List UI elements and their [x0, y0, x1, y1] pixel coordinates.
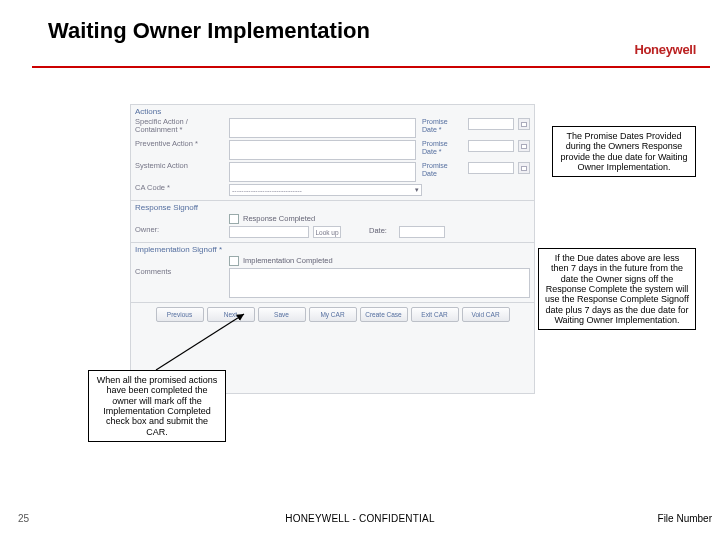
actions-label: Actions [135, 107, 530, 116]
exit-car-button[interactable]: Exit CAR [411, 307, 459, 322]
promise-date-input[interactable] [468, 118, 514, 130]
calendar-icon[interactable] [518, 162, 530, 174]
containment-input[interactable] [229, 118, 416, 138]
calendar-icon[interactable] [518, 118, 530, 130]
response-completed-checkbox[interactable] [229, 214, 239, 224]
lookup-button[interactable]: Look up [313, 226, 341, 238]
field-label: CA Code * [135, 184, 225, 192]
my-car-button[interactable]: My CAR [309, 307, 357, 322]
implementation-completed-checkbox[interactable] [229, 256, 239, 266]
preventive-input[interactable] [229, 140, 416, 160]
implementation-signoff-section: Implementation Signoff * Implementation … [131, 243, 534, 303]
field-label: Systemic Action [135, 162, 225, 170]
systemic-input[interactable] [229, 162, 416, 182]
callout-due-date-rule: If the Due dates above are less then 7 d… [538, 248, 696, 330]
actions-section: Actions Specific Action / Containment * … [131, 105, 534, 201]
promise-date-input[interactable] [468, 162, 514, 174]
ca-code-select[interactable]: ------------------------------ ▾ [229, 184, 422, 196]
response-completed-label: Response Completed [243, 214, 315, 223]
next-button[interactable]: Next [207, 307, 255, 322]
owner-input[interactable] [229, 226, 309, 238]
title-rule [32, 66, 710, 68]
action-row: Preventive Action * Promise Date * [135, 140, 530, 160]
save-button[interactable]: Save [258, 307, 306, 322]
footer-confidential: HONEYWELL - CONFIDENTIAL [0, 513, 720, 524]
field-label: Specific Action / Containment * [135, 118, 225, 135]
promise-date-label: Promise Date * [420, 118, 464, 133]
implementation-signoff-label: Implementation Signoff * [135, 245, 530, 254]
footer-file-number: File Number [658, 513, 712, 524]
field-label: Preventive Action * [135, 140, 225, 148]
calendar-icon[interactable] [518, 140, 530, 152]
owner-label: Owner: [135, 226, 225, 234]
date-label: Date: [369, 226, 395, 235]
car-form-panel: Actions Specific Action / Containment * … [130, 104, 535, 394]
comments-input[interactable] [229, 268, 530, 298]
response-signoff-label: Response Signoff [135, 203, 530, 212]
promise-date-input[interactable] [468, 140, 514, 152]
button-bar: Previous Next Save My CAR Create Case Ex… [131, 303, 534, 326]
chevron-down-icon: ▾ [415, 186, 419, 194]
action-row: Systemic Action Promise Date [135, 162, 530, 182]
create-case-button[interactable]: Create Case [360, 307, 408, 322]
ca-code-value: ------------------------------ [232, 187, 302, 194]
action-row: Specific Action / Containment * Promise … [135, 118, 530, 138]
ca-code-row: CA Code * ------------------------------… [135, 184, 530, 196]
promise-date-label: Promise Date [420, 162, 464, 177]
response-signoff-section: Response Signoff Response Completed Owne… [131, 201, 534, 243]
comments-label: Comments [135, 268, 225, 276]
previous-button[interactable]: Previous [156, 307, 204, 322]
callout-implementation: When all the promised actions have been … [88, 370, 226, 442]
callout-promise-dates: The Promise Dates Provided during the Ow… [552, 126, 696, 177]
response-date-input[interactable] [399, 226, 445, 238]
implementation-completed-label: Implementation Completed [243, 256, 333, 265]
promise-date-label: Promise Date * [420, 140, 464, 155]
brand-logo: Honeywell [634, 42, 696, 57]
void-car-button[interactable]: Void CAR [462, 307, 510, 322]
page-title: Waiting Owner Implementation [48, 18, 370, 44]
